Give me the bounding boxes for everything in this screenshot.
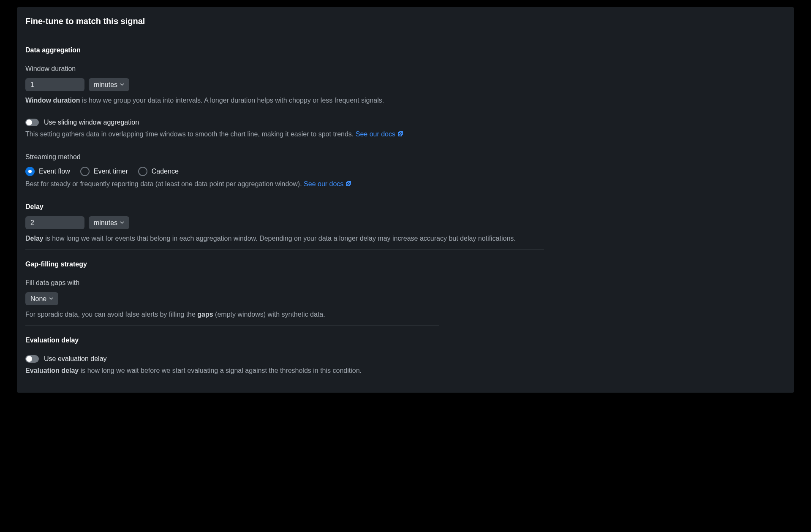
sliding-window-help-text: This setting gathers data in overlapping… <box>25 130 356 138</box>
fill-gaps-help: For sporadic data, you can avoid false a… <box>25 309 786 320</box>
chevron-down-icon <box>120 82 124 88</box>
evaluation-delay-label: Use evaluation delay <box>44 354 107 364</box>
window-duration-help-strong: Window duration <box>25 97 80 104</box>
streaming-method-docs-link-text: See our docs <box>304 180 343 187</box>
window-duration-input[interactable] <box>25 78 84 91</box>
divider <box>25 326 439 326</box>
window-duration-help: Window duration is how we group your dat… <box>25 95 786 106</box>
window-duration-help-rest: is how we group your data into intervals… <box>80 97 384 104</box>
sliding-window-docs-link[interactable]: See our docs <box>356 130 404 138</box>
settings-panel: Fine-tune to match this signal Data aggr… <box>17 7 794 393</box>
delay-help-strong: Delay <box>25 235 44 242</box>
sliding-window-help: This setting gathers data in overlapping… <box>25 129 786 140</box>
streaming-method-help: Best for steady or frequently reporting … <box>25 179 786 190</box>
page-title: Fine-tune to match this signal <box>25 15 786 27</box>
radio-cadence-label: Cadence <box>152 166 179 176</box>
fill-gaps-select[interactable]: None <box>25 292 58 305</box>
streaming-method-help-text: Best for steady or frequently reporting … <box>25 180 304 187</box>
fill-gaps-row: None <box>25 292 786 305</box>
sliding-window-docs-link-text: See our docs <box>356 130 395 138</box>
evaluation-delay-help-strong: Evaluation delay <box>25 367 79 374</box>
delay-help: Delay is how long we wait for events tha… <box>25 233 786 244</box>
section-data-aggregation: Data aggregation Window duration minutes… <box>25 45 786 244</box>
divider <box>25 250 544 250</box>
evaluation-delay-help: Evaluation delay is how long we wait bef… <box>25 366 786 376</box>
delay-label: Delay <box>25 202 786 212</box>
evaluation-delay-help-rest: is how long we wait before we start eval… <box>79 367 362 374</box>
section-title-gap-filling: Gap-filling strategy <box>25 259 786 269</box>
radio-icon <box>138 167 147 176</box>
window-duration-row: minutes <box>25 78 786 91</box>
fill-gaps-label: Fill data gaps with <box>25 278 786 288</box>
radio-event-flow[interactable]: Event flow <box>25 166 70 176</box>
chevron-down-icon <box>49 296 53 302</box>
window-duration-label: Window duration <box>25 64 786 74</box>
fill-gaps-value: None <box>30 295 46 303</box>
sliding-window-row: Use sliding window aggregation <box>25 117 786 128</box>
external-link-icon <box>345 180 352 190</box>
section-title-data-aggregation: Data aggregation <box>25 45 786 55</box>
window-duration-unit-label: minutes <box>94 81 117 89</box>
radio-event-timer[interactable]: Event timer <box>80 166 128 176</box>
section-gap-filling: Gap-filling strategy Fill data gaps with… <box>25 259 786 320</box>
delay-input[interactable] <box>25 216 84 229</box>
radio-cadence[interactable]: Cadence <box>138 166 179 176</box>
radio-icon <box>25 167 35 176</box>
sliding-window-label: Use sliding window aggregation <box>44 117 139 128</box>
chevron-down-icon <box>120 220 124 226</box>
evaluation-delay-row: Use evaluation delay <box>25 354 786 364</box>
window-duration-unit-select[interactable]: minutes <box>89 78 129 91</box>
streaming-method-docs-link[interactable]: See our docs <box>304 180 352 187</box>
sliding-window-toggle[interactable] <box>25 119 39 126</box>
radio-icon <box>80 167 90 176</box>
streaming-method-radios: Event flow Event timer Cadence <box>25 166 786 176</box>
fill-gaps-help-strong: gaps <box>197 311 213 318</box>
delay-row: minutes <box>25 216 786 229</box>
fill-gaps-help-post: (empty windows) with synthetic data. <box>213 311 325 318</box>
radio-event-timer-label: Event timer <box>94 166 128 176</box>
section-evaluation-delay: Evaluation delay Use evaluation delay Ev… <box>25 335 786 376</box>
delay-unit-select[interactable]: minutes <box>89 216 129 229</box>
streaming-method-label: Streaming method <box>25 152 786 162</box>
section-title-evaluation-delay: Evaluation delay <box>25 335 786 345</box>
fill-gaps-help-pre: For sporadic data, you can avoid false a… <box>25 311 197 318</box>
radio-event-flow-label: Event flow <box>39 166 70 176</box>
external-link-icon <box>397 130 404 140</box>
delay-unit-label: minutes <box>94 219 117 227</box>
delay-help-rest: is how long we wait for events that belo… <box>44 235 516 242</box>
evaluation-delay-toggle[interactable] <box>25 355 39 363</box>
